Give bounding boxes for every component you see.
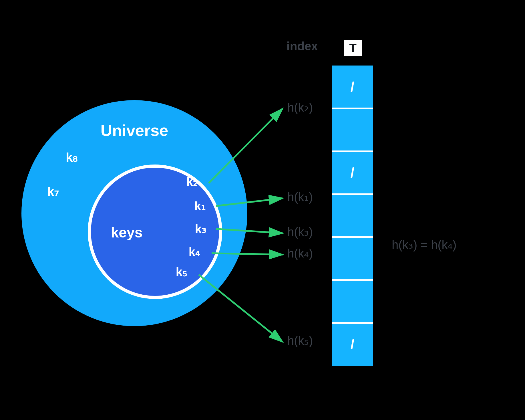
universe-key-k8: k₈ [66, 150, 78, 164]
hash-label-hk2: h(k₂) [287, 101, 313, 114]
inner-key-k4: k₄ [189, 245, 200, 259]
inner-key-k3: k₃ [195, 222, 206, 236]
inner-key-k2: k₂ [186, 175, 198, 189]
hash-label-hk1: h(k₁) [287, 190, 313, 204]
table-slot-6: / [351, 337, 354, 352]
hash-label-hk3: h(k₃) [287, 225, 313, 239]
table-header: T [349, 41, 357, 55]
inner-key-k5: k₅ [176, 265, 187, 279]
table-slot-0: / [351, 79, 354, 94]
collision-note: h(k₃) = h(k₄) [392, 238, 457, 251]
hash-label-hk4: h(k₄) [287, 247, 313, 260]
hash-label-hk5: h(k₅) [287, 334, 313, 347]
universe-key-k7: k₇ [47, 185, 59, 199]
table-bg [332, 66, 373, 366]
index-header: index [287, 39, 318, 53]
inner-key-k1: k₁ [194, 199, 206, 213]
table-slot-2: / [351, 165, 354, 180]
keys-label: keys [111, 225, 142, 241]
hash-table: /// [332, 66, 373, 366]
universe-label: Universe [101, 121, 168, 139]
